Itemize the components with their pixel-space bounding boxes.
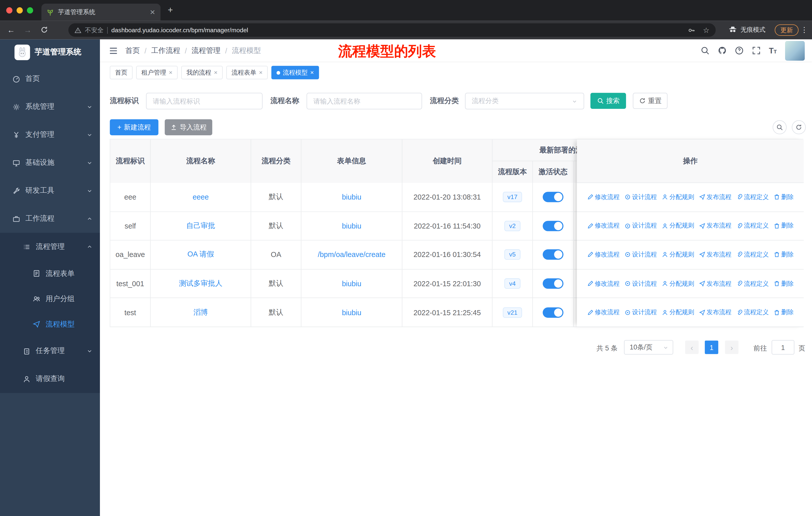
breadcrumb-item[interactable]: 工作流程 bbox=[151, 46, 180, 55]
tag-close-icon[interactable]: × bbox=[214, 69, 218, 76]
edit-process-link[interactable]: 修改流程 bbox=[587, 221, 620, 230]
tab-close-icon[interactable]: ✕ bbox=[150, 8, 155, 16]
forward-icon[interactable]: → bbox=[24, 25, 32, 35]
design-process-link[interactable]: 设计流程 bbox=[624, 221, 657, 230]
sidebar-item-workflow[interactable]: 工作流程 bbox=[0, 205, 100, 233]
process-definition-link[interactable]: 流程定义 bbox=[736, 308, 769, 317]
process-id-input[interactable] bbox=[146, 93, 263, 109]
tag-tenant[interactable]: 租户管理 × bbox=[136, 66, 178, 79]
form-info-link[interactable]: biubiu bbox=[342, 279, 361, 288]
delete-process-link[interactable]: 删除 bbox=[774, 250, 794, 259]
assign-rule-link[interactable]: 分配规则 bbox=[662, 193, 694, 201]
tag-process-form[interactable]: 流程表单 × bbox=[226, 66, 268, 79]
active-toggle[interactable] bbox=[543, 307, 563, 318]
search-icon[interactable] bbox=[700, 46, 709, 55]
sidebar-item-payment[interactable]: 支付管理 bbox=[0, 121, 100, 148]
edit-process-link[interactable]: 修改流程 bbox=[587, 193, 620, 201]
assign-rule-link[interactable]: 分配规则 bbox=[662, 250, 694, 259]
sidebar-item-leave-query[interactable]: 请假查询 bbox=[0, 365, 100, 393]
category-select[interactable]: 流程分类 bbox=[465, 93, 584, 109]
sidebar-item-task-mgmt[interactable]: 任务管理 bbox=[0, 337, 100, 365]
edit-process-link[interactable]: 修改流程 bbox=[587, 308, 620, 317]
minimize-window-button[interactable] bbox=[17, 7, 23, 13]
font-size-icon[interactable]: TT bbox=[769, 46, 777, 55]
process-name-link[interactable]: eeee bbox=[193, 193, 209, 201]
browser-update-button[interactable]: 更新 bbox=[775, 24, 799, 36]
create-process-button[interactable]: + 新建流程 bbox=[110, 119, 158, 135]
goto-page-input[interactable] bbox=[772, 340, 794, 355]
publish-process-link[interactable]: 发布流程 bbox=[699, 250, 731, 259]
edit-process-link[interactable]: 修改流程 bbox=[587, 279, 620, 288]
tag-close-icon[interactable]: × bbox=[259, 69, 263, 76]
process-definition-link[interactable]: 流程定义 bbox=[736, 193, 769, 201]
address-bar[interactable]: 不安全 dashboard.yudao.iocoder.cn/bpm/manag… bbox=[68, 23, 716, 37]
form-info-link[interactable]: biubiu bbox=[342, 222, 361, 230]
process-definition-link[interactable]: 流程定义 bbox=[736, 279, 769, 288]
password-key-icon[interactable] bbox=[688, 26, 696, 34]
publish-process-link[interactable]: 发布流程 bbox=[699, 221, 731, 230]
sidebar-item-process-mgmt[interactable]: 流程管理 bbox=[0, 233, 100, 261]
tag-home[interactable]: 首页 bbox=[110, 66, 133, 79]
maximize-window-button[interactable] bbox=[27, 7, 33, 13]
edit-process-link[interactable]: 修改流程 bbox=[587, 250, 620, 259]
fullscreen-icon[interactable] bbox=[752, 46, 761, 55]
assign-rule-link[interactable]: 分配规则 bbox=[662, 221, 694, 230]
form-info-link[interactable]: biubiu bbox=[342, 308, 361, 317]
assign-rule-link[interactable]: 分配规则 bbox=[662, 279, 694, 288]
sidebar-item-user-group[interactable]: 用户分组 bbox=[0, 286, 100, 312]
breadcrumb-item[interactable]: 首页 bbox=[125, 46, 140, 55]
publish-process-link[interactable]: 发布流程 bbox=[699, 308, 731, 317]
sidebar-item-infrastructure[interactable]: 基础设施 bbox=[0, 148, 100, 176]
process-name-link[interactable]: OA 请假 bbox=[187, 250, 214, 260]
browser-tab[interactable]: 芋道管理系统 ✕ bbox=[41, 3, 161, 21]
delete-process-link[interactable]: 删除 bbox=[774, 193, 794, 201]
close-window-button[interactable] bbox=[6, 7, 12, 13]
delete-process-link[interactable]: 删除 bbox=[774, 279, 794, 288]
design-process-link[interactable]: 设计流程 bbox=[624, 193, 657, 201]
design-process-link[interactable]: 设计流程 bbox=[624, 279, 657, 288]
form-info-link[interactable]: biubiu bbox=[342, 193, 361, 201]
design-process-link[interactable]: 设计流程 bbox=[624, 250, 657, 259]
user-avatar[interactable] bbox=[785, 41, 805, 60]
process-name-input[interactable] bbox=[307, 93, 422, 109]
tag-close-icon[interactable]: × bbox=[310, 69, 314, 76]
back-icon[interactable]: ← bbox=[7, 25, 15, 35]
next-page-button[interactable]: › bbox=[725, 341, 738, 354]
delete-process-link[interactable]: 删除 bbox=[774, 308, 794, 317]
publish-process-link[interactable]: 发布流程 bbox=[699, 193, 731, 201]
active-toggle[interactable] bbox=[543, 278, 563, 289]
collapse-sidebar-icon[interactable] bbox=[100, 46, 125, 55]
new-tab-button[interactable]: + bbox=[168, 5, 173, 16]
browser-menu-icon[interactable]: ⋮ bbox=[801, 25, 808, 34]
search-button[interactable]: 搜索 bbox=[590, 93, 626, 109]
refresh-table-button[interactable] bbox=[792, 120, 806, 134]
toggle-search-button[interactable] bbox=[773, 120, 787, 134]
active-toggle[interactable] bbox=[543, 250, 563, 260]
sidebar-item-devtools[interactable]: 研发工具 bbox=[0, 177, 100, 205]
sidebar-item-system[interactable]: 系统管理 bbox=[0, 93, 100, 121]
import-process-button[interactable]: 导入流程 bbox=[165, 119, 212, 135]
breadcrumb-item[interactable]: 流程管理 bbox=[192, 46, 221, 55]
process-definition-link[interactable]: 流程定义 bbox=[736, 250, 769, 259]
process-name-link[interactable]: 测试多审批人 bbox=[179, 279, 223, 288]
design-process-link[interactable]: 设计流程 bbox=[624, 308, 657, 317]
assign-rule-link[interactable]: 分配规则 bbox=[662, 308, 694, 317]
process-name-link[interactable]: 自己审批 bbox=[186, 221, 215, 230]
delete-process-link[interactable]: 删除 bbox=[774, 221, 794, 230]
github-icon[interactable] bbox=[718, 46, 726, 55]
sidebar-item-home[interactable]: 首页 bbox=[0, 65, 100, 93]
tag-close-icon[interactable]: × bbox=[169, 69, 172, 76]
bookmark-star-icon[interactable]: ☆ bbox=[703, 26, 709, 34]
sidebar-item-process-form[interactable]: 流程表单 bbox=[0, 261, 100, 286]
page-size-select[interactable]: 10条/页 bbox=[624, 340, 673, 355]
help-icon[interactable] bbox=[735, 46, 744, 55]
active-toggle[interactable] bbox=[543, 221, 563, 231]
process-definition-link[interactable]: 流程定义 bbox=[736, 221, 769, 230]
tag-process-model-active[interactable]: 流程模型 × bbox=[271, 66, 319, 79]
reset-button[interactable]: 重置 bbox=[633, 93, 668, 109]
prev-page-button[interactable]: ‹ bbox=[685, 341, 698, 354]
sidebar-item-process-model[interactable]: 流程模型 bbox=[0, 311, 100, 337]
tag-my-process[interactable]: 我的流程 × bbox=[181, 66, 223, 79]
publish-process-link[interactable]: 发布流程 bbox=[699, 279, 731, 288]
active-toggle[interactable] bbox=[543, 192, 563, 202]
